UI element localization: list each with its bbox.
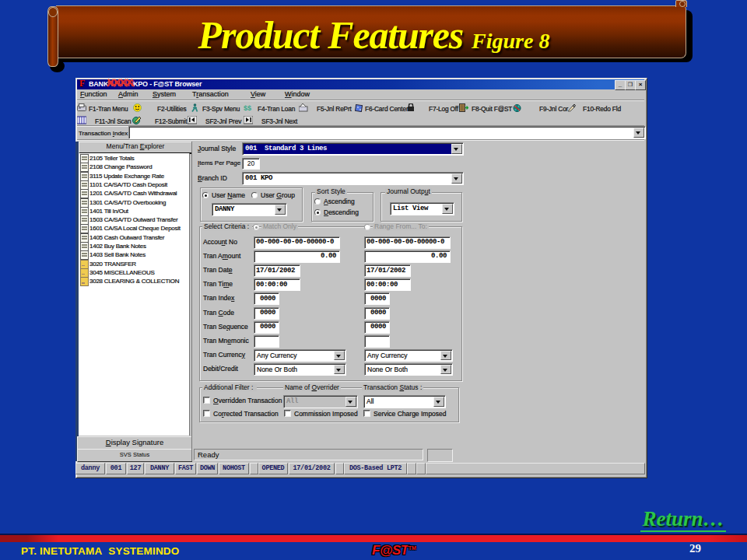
svg-text:$$: $$ [244,104,251,112]
